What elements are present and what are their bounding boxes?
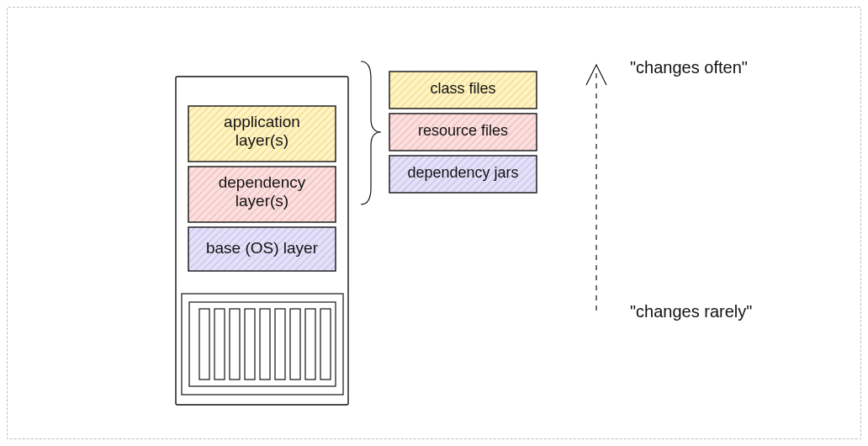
layer-dependency-label: dependency layer(s) [188,173,336,210]
layer-base-os-label: base (OS) layer [188,239,336,258]
detail-dependency-jars-label: dependency jars [389,164,537,182]
change-frequency-arrow [586,65,606,311]
annotation-changes-rarely: "changes rarely" [630,302,798,321]
detail-resource-files-label: resource files [389,122,537,140]
annotation-changes-often: "changes often" [630,58,798,77]
layer-application-label: application layer(s) [188,113,336,150]
curly-brace [361,61,381,204]
detail-class-files-label: class files [389,80,537,98]
diagram-canvas: application layer(s) dependency layer(s)… [7,7,861,439]
